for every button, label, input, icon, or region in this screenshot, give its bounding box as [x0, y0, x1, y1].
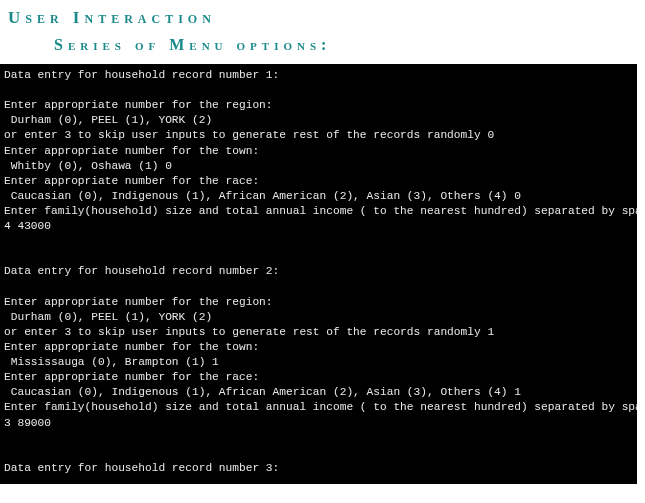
terminal-output: Data entry for household record number 1… [0, 64, 637, 484]
page-title: User Interaction [6, 8, 645, 28]
heading-area: User Interaction Series of Menu options: [0, 0, 645, 64]
page-subtitle: Series of Menu options: [6, 36, 645, 54]
